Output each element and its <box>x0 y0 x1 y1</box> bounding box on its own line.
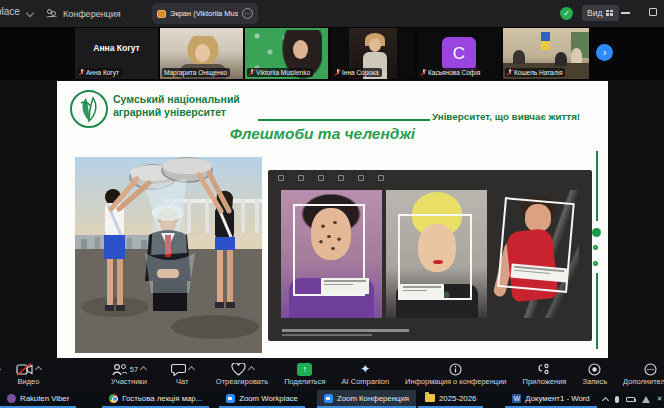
participant-tile[interactable]: Інна Сорока <box>331 28 415 79</box>
tray-chevron-icon[interactable] <box>602 396 609 403</box>
security-shield-icon[interactable]: ✓ <box>560 7 573 20</box>
turban-portrait-photo <box>386 190 487 318</box>
nameplate: Кошель Наталія <box>505 68 565 77</box>
react-label: Отреагировать <box>216 377 268 386</box>
screen-share-icon <box>157 10 166 18</box>
more-button[interactable]: Дополнительно <box>619 358 664 390</box>
nameplate: Анна Когут <box>77 68 122 77</box>
word-icon: W <box>512 394 521 403</box>
nav-line-top <box>596 151 598 221</box>
nameplate: Маргарита Оніщенко <box>162 68 230 77</box>
tab-meeting-label: Конференция <box>63 9 121 19</box>
network-icon[interactable] <box>642 396 650 403</box>
minimize-button[interactable] <box>621 12 630 14</box>
more-label: Дополнительно <box>623 377 664 386</box>
taskbar-item-folder[interactable]: 2025-2026 <box>418 390 483 408</box>
university-logo <box>68 88 110 130</box>
taskbar-item-zoom-meeting[interactable]: Zoom Конференция <box>317 390 416 408</box>
participant-tile-active-speaker[interactable]: Viktoriia Musiienko <box>245 28 328 79</box>
chrome-icon <box>109 394 118 403</box>
record-button[interactable]: Запись <box>578 358 611 390</box>
view-button[interactable]: Вид <box>582 5 619 21</box>
ai-companion-button[interactable]: ✦ AI Companion <box>338 358 394 390</box>
presentation-slide: Сумський національний аграрний університ… <box>57 81 608 358</box>
mic-muted-icon <box>421 69 426 76</box>
next-participants-button[interactable]: › <box>596 44 613 61</box>
participants-label: Участники <box>111 377 147 386</box>
folder-icon <box>425 394 435 402</box>
taskbar-item-chrome[interactable]: Гостьова лекція мар... <box>102 390 209 408</box>
zoom-icon <box>226 394 235 403</box>
app-title-partial: place <box>0 6 20 17</box>
divider-line <box>258 119 430 121</box>
tray-mic-icon[interactable] <box>615 396 619 403</box>
taskbar-item-viber[interactable]: Rakuten Viber <box>0 390 76 408</box>
participant-tile[interactable]: C Касьянова Софія <box>417 28 501 79</box>
windows-taskbar: Rakuten Viber Гостьова лекція мар... Zoo… <box>0 390 664 408</box>
nav-line-bottom <box>596 273 598 349</box>
slide-title: Флешмоби та челенджі <box>147 125 498 143</box>
participant-display-name: Анна Когут <box>75 43 158 53</box>
participants-button[interactable]: 57 Участники <box>107 358 151 390</box>
panel-toolbar-icons <box>278 175 384 181</box>
title-bar: place Конференция Экран (Viktoriia Musii… <box>0 0 664 27</box>
nav-dot[interactable] <box>593 261 598 266</box>
mute-audio-button[interactable]: Звук <box>0 358 4 390</box>
restore-button[interactable] <box>649 8 657 16</box>
taskbar-item-zoom-workplace[interactable]: Zoom Workplace <box>219 390 305 408</box>
nav-dot[interactable] <box>593 245 598 250</box>
sparkle-icon: ✦ <box>360 363 370 375</box>
apps-label: Приложения <box>523 377 567 386</box>
tab-screen-label: Экран (Viktoriia Musiienko) <box>170 9 238 18</box>
participant-tile[interactable]: Кошель Наталія <box>503 28 589 79</box>
audio-options-caret[interactable] <box>0 365 1 372</box>
nameplate: Інна Сорока <box>333 68 382 77</box>
tab-more-icon[interactable]: ⋯ <box>242 8 253 19</box>
university-motto: Університет, що вивчає життя! <box>432 111 580 122</box>
tab-meeting[interactable]: Конференция <box>46 5 121 22</box>
chat-label: Чат <box>176 377 188 386</box>
chat-caret[interactable] <box>188 365 195 372</box>
zoom-toolbar: Звук Видео 57 Участники Чат Отреагироват… <box>0 358 664 390</box>
mic-muted-icon <box>335 69 340 76</box>
participant-tile[interactable]: Анна Когут Анна Когут <box>75 28 158 79</box>
video-label: Видео <box>18 377 40 386</box>
avatar: C <box>442 37 476 71</box>
panel-caption-text-blur <box>282 329 464 332</box>
mic-muted-icon <box>79 69 84 76</box>
freckles-portrait-photo <box>281 190 382 318</box>
view-label: Вид <box>587 8 602 18</box>
battery-icon[interactable] <box>626 397 635 402</box>
share-screen-button[interactable]: ↑ Поделиться <box>280 358 329 390</box>
apps-button[interactable]: Приложения <box>519 358 571 390</box>
start-video-button[interactable]: Видео <box>12 358 45 390</box>
zoom-icon <box>324 394 333 403</box>
record-label: Запись <box>582 377 607 386</box>
swimsuit-portrait-photo <box>491 190 579 318</box>
caption-card <box>400 284 444 298</box>
nav-dot-active[interactable] <box>592 228 601 237</box>
tab-screen-share[interactable]: Экран (Viktoriia Musiienko) ⋯ <box>152 3 258 24</box>
viber-icon <box>7 394 16 403</box>
people-icon <box>46 9 58 19</box>
react-caret[interactable] <box>247 365 254 372</box>
participant-strip: Анна Когут Анна Когут Маргарита Оніщенко… <box>0 27 664 80</box>
taskbar-item-word[interactable]: W Документ1 - Word <box>505 390 596 408</box>
ukraine-flag <box>541 32 550 50</box>
chevron-down-icon[interactable] <box>26 9 34 17</box>
share-icon: ↑ <box>297 363 312 376</box>
participants-caret[interactable] <box>140 365 147 372</box>
participant-tile[interactable]: Маргарита Оніщенко <box>160 28 243 79</box>
layout-grid-icon <box>606 10 614 17</box>
caption-card <box>321 278 369 294</box>
ai-label: AI Companion <box>342 377 390 386</box>
volume-muted-icon[interactable]: ✕ <box>657 395 663 403</box>
system-tray: ✕ УКР 11:53 <box>597 390 664 408</box>
chat-button[interactable]: Чат <box>167 358 198 390</box>
video-options-caret[interactable] <box>35 365 42 372</box>
university-name: Сумський національний аграрний університ… <box>113 93 240 118</box>
react-button[interactable]: Отреагировать <box>212 358 272 390</box>
share-label: Поделиться <box>284 377 325 386</box>
meeting-info-button[interactable]: Информация о конференции <box>401 358 510 390</box>
shared-screen: Сумський національний аграрний університ… <box>0 80 664 358</box>
